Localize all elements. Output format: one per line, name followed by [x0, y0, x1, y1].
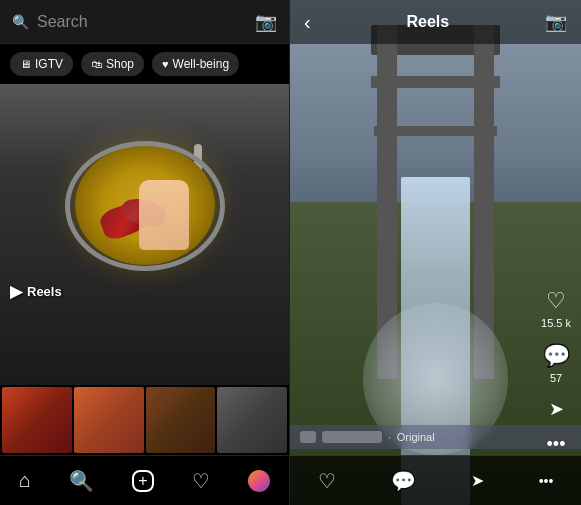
like-action[interactable]: ♡ 15.5 k — [541, 288, 571, 329]
username-blurred — [322, 431, 382, 443]
like-icon: ♡ — [546, 288, 566, 314]
search-bar: 🔍 Search 📷 — [0, 0, 289, 44]
reels-bottom-nav: ♡ 💬 ➤ ••• — [290, 455, 581, 505]
thumbnail-1[interactable] — [2, 387, 72, 453]
nav-profile[interactable] — [238, 465, 280, 497]
nav-add[interactable]: + — [122, 465, 164, 497]
reels-nav-more[interactable]: ••• — [539, 473, 554, 489]
search-icon: 🔍 — [12, 14, 29, 30]
nav-search[interactable]: 🔍 — [59, 464, 104, 498]
reels-badge[interactable]: ▶ Reels — [10, 282, 62, 301]
left-panel: 🔍 Search 📷 🖥 IGTV 🛍 Shop ♥ Well-being — [0, 0, 290, 505]
right-panel: ‹ Reels 📷 · Original ♡ 15.5 k 💬 57 ➤ •••… — [290, 0, 581, 505]
share-action[interactable]: ➤ — [549, 398, 564, 420]
filter-tabs: 🖥 IGTV 🛍 Shop ♥ Well-being — [0, 44, 289, 84]
reels-nav-share[interactable]: ➤ — [471, 471, 484, 490]
comment-icon: 💬 — [543, 343, 570, 369]
reels-nav-comment[interactable]: 💬 — [391, 469, 416, 493]
nav-search-icon: 🔍 — [69, 469, 94, 493]
main-video-area: ▶ Reels — [0, 84, 289, 385]
bottom-navigation: ⌂ 🔍 + ♡ — [0, 455, 289, 505]
back-button[interactable]: ‹ — [304, 11, 311, 34]
search-placeholder-text[interactable]: Search — [37, 13, 247, 31]
igtv-filter-tab[interactable]: 🖥 IGTV — [10, 52, 73, 76]
add-icon: + — [132, 470, 154, 492]
igtv-label: IGTV — [35, 57, 63, 71]
nav-likes[interactable]: ♡ — [182, 464, 220, 498]
audio-waveform-icon — [300, 431, 316, 443]
separator: · — [388, 432, 391, 443]
thumbnail-2[interactable] — [74, 387, 144, 453]
reels-badge-label: Reels — [27, 284, 62, 299]
food-video-scene — [0, 84, 289, 385]
profile-avatar — [248, 470, 270, 492]
thumbnails-row — [0, 385, 289, 455]
thumbnail-4[interactable] — [217, 387, 287, 453]
shop-filter-tab[interactable]: 🛍 Shop — [81, 52, 144, 76]
heart-icon: ♡ — [192, 469, 210, 493]
reels-camera-button[interactable]: 📷 — [545, 11, 567, 33]
wellbeing-label: Well-being — [173, 57, 229, 71]
reels-badge-icon: ▶ — [10, 282, 22, 301]
shop-icon: 🛍 — [91, 58, 102, 70]
hand-shape — [139, 180, 189, 250]
igtv-icon: 🖥 — [20, 58, 31, 70]
shop-label: Shop — [106, 57, 134, 71]
wellbeing-icon: ♥ — [162, 58, 169, 70]
wellbeing-filter-tab[interactable]: ♥ Well-being — [152, 52, 239, 76]
more-icon: ••• — [547, 434, 566, 455]
reels-nav-like[interactable]: ♡ — [318, 469, 336, 493]
reels-page-title: Reels — [406, 13, 449, 31]
like-count: 15.5 k — [541, 317, 571, 329]
reels-actions: ♡ 15.5 k 💬 57 ➤ ••• — [541, 288, 571, 455]
more-action[interactable]: ••• — [547, 434, 566, 455]
share-icon: ➤ — [549, 398, 564, 420]
thumbnail-3[interactable] — [146, 387, 216, 453]
audio-info-bar: · Original — [290, 425, 581, 449]
cross-beam-bottom — [374, 126, 496, 136]
comment-action[interactable]: 💬 57 — [543, 343, 570, 384]
cross-beam-top — [371, 76, 499, 88]
reels-header: ‹ Reels 📷 — [290, 0, 581, 44]
camera-icon[interactable]: 📷 — [255, 11, 277, 33]
home-icon: ⌂ — [19, 469, 31, 492]
nav-home[interactable]: ⌂ — [9, 464, 41, 497]
audio-original-label: Original — [397, 431, 435, 443]
comment-count: 57 — [550, 372, 562, 384]
